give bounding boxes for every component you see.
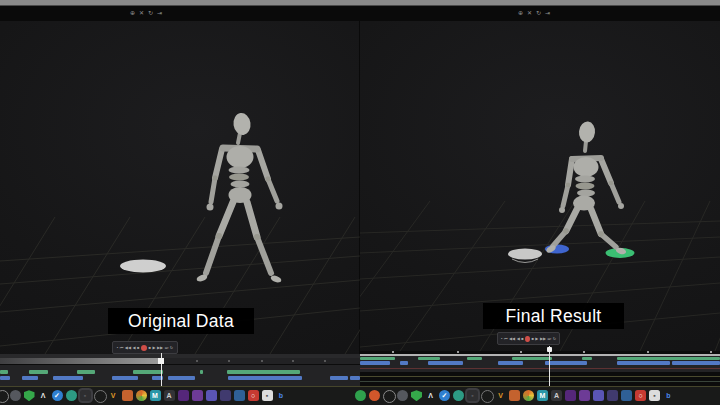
play-reverse-button[interactable]: ◀ xyxy=(517,337,520,341)
app-blue-check-icon[interactable]: ✓ xyxy=(52,390,63,401)
axes-icon[interactable]: ✕ xyxy=(527,9,532,17)
app-dark-violet-box-icon[interactable] xyxy=(220,390,231,401)
go-to-start-button[interactable]: ⏮ xyxy=(120,346,124,350)
app-white-box-icon[interactable]: ▪ xyxy=(262,390,273,401)
viewport-original[interactable] xyxy=(0,21,360,354)
app-teal-m-icon[interactable]: M xyxy=(150,390,161,401)
app-paint-wheel-icon[interactable] xyxy=(136,390,147,401)
app-violet-box-icon[interactable] xyxy=(593,390,604,401)
app-purple-box-2-icon[interactable] xyxy=(579,390,590,401)
app-blue-box-icon[interactable] xyxy=(234,390,245,401)
timeline-right-green-track[interactable] xyxy=(0,357,720,361)
clip-segment[interactable] xyxy=(53,376,83,380)
next-key-button[interactable]: ▶▶ xyxy=(540,337,546,341)
clip-segment[interactable] xyxy=(617,357,720,361)
app-purple-box-1-icon[interactable] xyxy=(565,390,576,401)
app-blue-box-icon[interactable] xyxy=(621,390,632,401)
app-active-dark-icon[interactable]: ▪ xyxy=(467,390,478,401)
app-orange-v-icon[interactable]: V xyxy=(108,390,119,401)
app-purple-box-2-icon[interactable] xyxy=(192,390,203,401)
timeline-left-green-track[interactable] xyxy=(0,370,360,374)
clip-segment[interactable] xyxy=(22,376,38,380)
app-teal-m-icon[interactable]: M xyxy=(537,390,548,401)
app-green-circle-icon[interactable] xyxy=(355,390,366,401)
app-grey-cloud-icon[interactable] xyxy=(397,390,408,401)
app-active-dark-icon[interactable]: ▪ xyxy=(80,390,91,401)
orbit-icon[interactable]: ↻ xyxy=(148,9,153,17)
app-orange-v-icon[interactable]: V xyxy=(495,390,506,401)
timeline-right-playhead-knob[interactable] xyxy=(547,347,552,352)
clip-segment[interactable] xyxy=(467,357,482,361)
app-grey-ring-icon[interactable] xyxy=(0,390,9,403)
clip-segment[interactable] xyxy=(168,376,195,380)
clip-segment[interactable] xyxy=(350,376,360,380)
app-dark-a-icon[interactable]: A xyxy=(164,390,175,401)
stop-button[interactable]: ■ xyxy=(137,346,139,350)
app-blue-b-icon[interactable]: b xyxy=(663,390,674,401)
app-red-box-icon[interactable]: ○ xyxy=(248,390,259,401)
clip-segment[interactable] xyxy=(360,357,395,361)
app-dark-ring-icon[interactable] xyxy=(481,390,494,403)
clip-segment[interactable] xyxy=(428,361,463,365)
clip-segment[interactable] xyxy=(133,370,163,374)
clip-segment[interactable] xyxy=(200,370,203,374)
loop-toggle-button[interactable]: • xyxy=(117,346,118,350)
target-icon[interactable]: ⊕ xyxy=(518,9,523,17)
cycle-button[interactable]: ↻ xyxy=(553,337,556,341)
clip-segment[interactable] xyxy=(112,376,138,380)
axes-icon[interactable]: ✕ xyxy=(139,9,144,17)
cycle-button[interactable]: ↻ xyxy=(170,346,173,350)
app-purple-box-1-icon[interactable] xyxy=(178,390,189,401)
app-orange-box-icon[interactable] xyxy=(122,390,133,401)
timeline-right-playhead[interactable] xyxy=(549,346,550,391)
clip-segment[interactable] xyxy=(0,376,10,380)
clip-segment[interactable] xyxy=(582,357,592,361)
clip-segment[interactable] xyxy=(228,376,302,380)
next-key-button[interactable]: ▶▶ xyxy=(157,346,163,350)
frame-icon[interactable]: ⇥ xyxy=(545,9,550,17)
play-reverse-button[interactable]: ◀ xyxy=(133,346,136,350)
timeline-right-blue-track[interactable] xyxy=(0,361,720,365)
app-teal-swirl-icon[interactable] xyxy=(66,390,77,401)
clip-segment[interactable] xyxy=(400,361,408,365)
app-violet-box-icon[interactable] xyxy=(206,390,217,401)
clip-segment[interactable] xyxy=(360,361,390,365)
clip-segment[interactable] xyxy=(0,370,8,374)
app-blue-b-icon[interactable]: b xyxy=(276,390,287,401)
clip-segment[interactable] xyxy=(29,370,48,374)
clip-segment[interactable] xyxy=(545,361,587,365)
stop-button[interactable]: ■ xyxy=(521,337,523,341)
target-icon[interactable]: ⊕ xyxy=(130,9,135,17)
app-lambda-icon[interactable]: Λ xyxy=(425,390,436,401)
loop-toggle-button[interactable]: • xyxy=(501,337,502,341)
record-button[interactable] xyxy=(525,336,530,342)
app-orange-box-icon[interactable] xyxy=(509,390,520,401)
play-button[interactable]: ▶ xyxy=(535,337,538,341)
clip-segment[interactable] xyxy=(330,376,348,380)
app-green-shield-icon[interactable] xyxy=(24,390,35,401)
clip-segment[interactable] xyxy=(498,361,523,365)
app-grey-cloud-icon[interactable] xyxy=(10,390,21,401)
go-to-end-button[interactable]: ⏭ xyxy=(165,346,169,350)
timeline-left-blue-track[interactable] xyxy=(0,376,360,380)
stop-button-2[interactable]: ■ xyxy=(149,346,151,350)
app-white-box-icon[interactable]: ▪ xyxy=(649,390,660,401)
app-paint-wheel-icon[interactable] xyxy=(523,390,534,401)
frame-icon[interactable]: ⇥ xyxy=(157,9,162,17)
app-orange-circle-icon[interactable] xyxy=(369,390,380,401)
prev-key-button[interactable]: ◀◀ xyxy=(509,337,515,341)
orbit-icon[interactable]: ↻ xyxy=(536,9,541,17)
app-green-shield-icon[interactable] xyxy=(411,390,422,401)
app-dark-ring-icon[interactable] xyxy=(94,390,107,403)
clip-segment[interactable] xyxy=(227,370,300,374)
clip-segment[interactable] xyxy=(672,361,720,365)
clip-segment[interactable] xyxy=(77,370,95,374)
app-teal-swirl-icon[interactable] xyxy=(453,390,464,401)
play-button[interactable]: ▶ xyxy=(152,346,155,350)
clip-segment[interactable] xyxy=(617,361,670,365)
clip-segment[interactable] xyxy=(418,357,440,361)
prev-key-button[interactable]: ◀◀ xyxy=(125,346,131,350)
go-to-end-button[interactable]: ⏭ xyxy=(548,337,552,341)
app-lambda-icon[interactable]: Λ xyxy=(38,390,49,401)
transport-bar-right[interactable]: •⏮◀◀◀■■▶▶▶⏭↻ xyxy=(497,332,560,345)
